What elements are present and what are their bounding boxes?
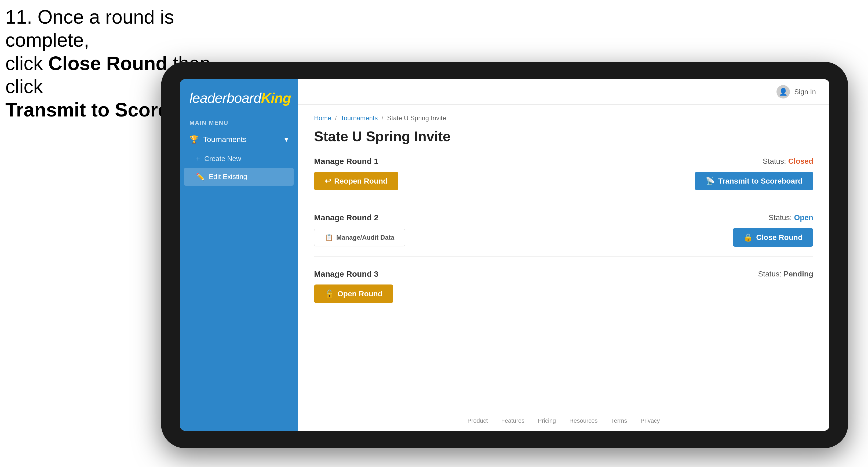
round-3-actions: 🔓 Open Round [314,284,813,303]
logo-king: King [261,90,291,106]
round-2-status: Status: Open [768,213,813,222]
close-round-button[interactable]: 🔒 Close Round [733,228,813,247]
instruction-line2: click [5,53,48,74]
content-area: Home / Tournaments / State U Spring Invi… [298,105,829,411]
sidebar-menu-label: MAIN MENU [180,114,298,129]
round-2-status-label: Status: [768,213,792,222]
logo-text: leaderboardKing [189,90,288,106]
round-1-section: Manage Round 1 Status: Closed ↩ Reopen R… [314,157,813,200]
breadcrumb-home[interactable]: Home [314,114,331,122]
round-2-header: Manage Round 2 Status: Open [314,213,813,222]
sidebar-sub-edit-existing[interactable]: ✏️ Edit Existing [184,168,293,186]
reopen-icon: ↩ [325,177,331,185]
breadcrumb-current: State U Spring Invite [387,114,446,122]
round-2-section: Manage Round 2 Status: Open 📋 Manage/Aud… [314,213,813,257]
breadcrumb: Home / Tournaments / State U Spring Invi… [314,114,813,122]
open-icon: 🔓 [325,289,334,298]
manage-audit-button[interactable]: 📋 Manage/Audit Data [314,229,405,246]
sidebar-logo: leaderboardKing [180,79,298,114]
sidebar-item-tournaments[interactable]: 🏆 Tournaments ▾ [180,129,298,150]
manage-icon: 📋 [325,234,333,241]
app-layout: leaderboardKing MAIN MENU 🏆 Tournaments … [180,79,829,431]
breadcrumb-sep1: / [335,114,337,122]
instruction-bold1: Close Round [48,53,167,74]
edit-icon: ✏️ [196,173,205,181]
transmit-scoreboard-label: Transmit to Scoreboard [718,177,803,185]
open-round-label: Open Round [337,289,382,298]
trophy-icon: 🏆 [189,135,199,144]
round-3-title: Manage Round 3 [314,270,378,279]
instruction-line1: 11. Once a round is complete, [5,6,174,51]
footer-privacy[interactable]: Privacy [641,417,660,424]
app-footer: Product Features Pricing Resources Terms… [298,411,829,431]
sidebar-tournaments-label: Tournaments [203,135,247,144]
tablet-screen: leaderboardKing MAIN MENU 🏆 Tournaments … [180,79,829,431]
plus-icon: + [196,155,200,163]
round-3-status-value: Pending [784,270,813,278]
round-3-status-label: Status: [758,270,782,278]
close-round-label: Close Round [756,233,803,242]
sign-in-label: Sign In [794,88,816,96]
reopen-round-button[interactable]: ↩ Reopen Round [314,172,398,190]
round-1-actions: ↩ Reopen Round 📡 Transmit to Scoreboard [314,172,813,190]
page-title: State U Spring Invite [314,128,813,145]
footer-terms[interactable]: Terms [611,417,627,424]
footer-product[interactable]: Product [467,417,488,424]
footer-pricing[interactable]: Pricing [538,417,556,424]
manage-audit-label: Manage/Audit Data [336,234,394,241]
chevron-down-icon: ▾ [284,135,288,144]
round-3-header: Manage Round 3 Status: Pending [314,270,813,279]
sidebar-sub-create-new[interactable]: + Create New [180,150,298,168]
sign-in-area[interactable]: 👤 Sign In [776,85,816,98]
round-1-title: Manage Round 1 [314,157,378,166]
breadcrumb-tournaments[interactable]: Tournaments [341,114,378,122]
tablet-frame: leaderboardKing MAIN MENU 🏆 Tournaments … [161,62,848,448]
footer-resources[interactable]: Resources [569,417,597,424]
round-3-status: Status: Pending [758,270,813,278]
avatar: 👤 [776,85,790,98]
sidebar: leaderboardKing MAIN MENU 🏆 Tournaments … [180,79,298,431]
main-content: 👤 Sign In Home / Tournaments / State U S… [298,79,829,431]
round-2-actions: 📋 Manage/Audit Data 🔒 Close Round [314,228,813,247]
round-2-status-value: Open [794,213,813,222]
logo-leaderboard: leaderboard [189,90,261,106]
round-1-header: Manage Round 1 Status: Closed [314,157,813,166]
round-1-status-label: Status: [763,157,786,165]
sidebar-edit-existing-label: Edit Existing [209,173,247,181]
footer-features[interactable]: Features [501,417,524,424]
round-2-title: Manage Round 2 [314,213,378,222]
open-round-button[interactable]: 🔓 Open Round [314,284,393,303]
round-3-section: Manage Round 3 Status: Pending 🔓 Open Ro… [314,270,813,313]
transmit-icon: 📡 [706,177,715,185]
sidebar-create-new-label: Create New [204,155,241,163]
transmit-scoreboard-button[interactable]: 📡 Transmit to Scoreboard [695,172,813,190]
sidebar-item-tournaments-left: 🏆 Tournaments [189,135,247,144]
round-1-status-value: Closed [788,157,813,165]
app-header: 👤 Sign In [298,79,829,105]
round-1-status: Status: Closed [763,157,813,165]
reopen-round-label: Reopen Round [334,177,388,185]
breadcrumb-sep2: / [381,114,383,122]
close-icon: 🔒 [743,233,753,242]
